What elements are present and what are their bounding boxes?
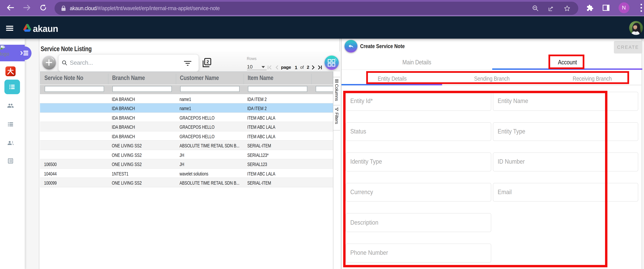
cell-branch-name: IDA BRANCH (112, 132, 180, 141)
logo-alt-text: logo (0, 51, 9, 56)
brand-logo[interactable]: akaun (23, 24, 60, 34)
cell-customer-name: JH (180, 160, 248, 169)
page-total: 2 (307, 65, 309, 70)
table-row[interactable]: 106500 ONE LIVING SS2 JH SERIAL123 (40, 159, 333, 168)
share-icon[interactable] (548, 5, 554, 12)
zoom-out-icon[interactable] (532, 5, 539, 12)
cell-service-note-no (44, 132, 113, 141)
filter-input-item-name[interactable] (248, 86, 307, 92)
page-label: page (281, 65, 291, 70)
plus-shine (42, 56, 56, 69)
search-placeholder: Search... (70, 60, 93, 66)
cell-branch-name: 1NTEST1 (112, 169, 180, 178)
cell-branch-name: IDA BRANCH (112, 113, 180, 122)
cell-service-note-no (44, 141, 113, 150)
sidebar-item-app-icon[interactable] (6, 66, 16, 76)
column-header-item-name[interactable]: Item Name (248, 72, 274, 84)
columns-tab[interactable]: Columns (333, 77, 340, 105)
browser-menu-button[interactable] (638, 3, 644, 13)
add-service-note-button[interactable] (42, 56, 56, 69)
last-page-icon[interactable] (317, 65, 322, 70)
table-row-selected[interactable]: IDA BRANCH name1 IDA ITEM 2 (40, 103, 333, 113)
side-panel-button[interactable] (602, 4, 610, 11)
app-menu-button[interactable] (6, 26, 13, 31)
user-avatar[interactable] (629, 21, 643, 35)
filter-input-branch-name[interactable] (112, 86, 172, 92)
cell-service-note-no (44, 150, 113, 160)
cell-branch-name: ONE LIVING SS2 (112, 150, 180, 160)
pages-view-button[interactable]: 2 (202, 58, 212, 68)
sidebar-item-contacts[interactable] (7, 140, 14, 146)
sidebar-item-listing-active[interactable] (4, 80, 20, 94)
back-button[interactable] (344, 40, 357, 52)
bookmark-star-icon[interactable] (563, 4, 571, 12)
filter-list-icon[interactable] (184, 61, 192, 66)
cell-item-name: ITEM ABC LALA (247, 123, 316, 132)
table-body: IDA BRANCH name1 IDA ITEM 2 IDA BRANCH n… (40, 94, 333, 187)
filters-tab[interactable]: Filters (333, 105, 340, 130)
column-header-customer-name[interactable]: Customer Name (180, 72, 219, 84)
service-note-listing-panel: Service Note Listing Search... (39, 38, 340, 269)
create-button[interactable]: CREATE (614, 41, 642, 54)
table-row[interactable]: IDA BRANCH GRACEPOS HELLO ITEM ABC LALA (40, 122, 333, 131)
extensions-button[interactable] (586, 4, 594, 12)
cell-item-name: SERIAL123 (247, 160, 316, 169)
sidebar-item-list-alt[interactable] (7, 158, 14, 164)
rows-underline (247, 70, 266, 70)
cell-customer-name: name1 (180, 95, 248, 104)
strip-empty-cell (333, 71, 340, 77)
sidebar-item-people[interactable] (7, 102, 14, 109)
sidebar-item-list[interactable] (7, 121, 14, 128)
tab-main-details[interactable]: Main Details (383, 59, 451, 66)
browser-profile-button[interactable]: N (618, 2, 629, 13)
cell-customer-name: GRACEPOS HELLO (180, 113, 248, 122)
browser-back-button[interactable] (6, 4, 14, 12)
table-row[interactable]: IDA BRANCH GRACEPOS HELLO ITEM ABC LALA (40, 113, 333, 122)
rows-per-page-value[interactable]: 10 (247, 64, 252, 69)
forward-arrow-icon (23, 4, 31, 12)
table-row[interactable]: 100099 ONE LIVING SS2 ABSOLUTE TIME RETA… (40, 178, 333, 187)
filter-input-extra[interactable] (316, 86, 333, 92)
puzzle-icon (586, 4, 593, 11)
table-row[interactable]: ONE LIVING SS2 ABSOLUTE TIME RETAIL SDN … (40, 140, 333, 150)
sidebar-logo-pill: logo (0, 45, 25, 62)
table-row[interactable]: IDA BRANCH name1 IDA ITEM 2 (40, 94, 333, 103)
cell-item-name: SERIAL-ITEM (247, 178, 316, 188)
cell-item-name: SERIAL-ITEM (247, 141, 316, 150)
people-alt-icon (7, 140, 14, 146)
browser-reload-button[interactable] (39, 4, 48, 12)
cell-customer-name: ABSOLUTE TIME RETAIL SDN B... (180, 178, 248, 188)
grid-view-button[interactable] (324, 56, 338, 70)
prev-page-icon[interactable] (275, 65, 278, 70)
url-path: /#/applet/tnt/wavelet/erp/internal-rma-a… (96, 5, 220, 11)
filter-input-service-note-no[interactable] (44, 86, 104, 92)
next-page-icon[interactable] (312, 65, 315, 70)
page-of-label: of (300, 65, 304, 70)
annotation-box-account-tab (548, 54, 584, 69)
table-side-strip: Columns Filters (333, 71, 340, 269)
cell-customer-name: wavelet solutions (180, 169, 248, 178)
cell-branch-name: IDA BRANCH (112, 104, 180, 113)
browser-address-bar[interactable]: akaun.cloud/#/applet/tnt/wavelet/erp/int… (54, 2, 578, 15)
filter-input-customer-name[interactable] (180, 86, 240, 92)
cell-item-name: ITEM ABC LALA (247, 169, 316, 178)
url-text: akaun.cloud/#/applet/tnt/wavelet/erp/int… (70, 5, 220, 12)
browser-forward-button[interactable] (23, 4, 31, 12)
list-alt-icon (7, 158, 14, 164)
cell-service-note-no (44, 104, 113, 113)
column-header-service-note-no[interactable]: Service Note No (44, 72, 83, 84)
grid-shine (324, 56, 338, 70)
table-row[interactable]: IDA BRANCH GRACEPOS HELLO ITEM ABC LALA (40, 131, 333, 140)
column-header-branch-name[interactable]: Branch Name (112, 72, 145, 84)
table-row[interactable]: 104044 1NTEST1 wavelet solutions ITEM AB… (40, 168, 333, 178)
drawer-expand-icon[interactable] (20, 51, 28, 56)
cell-customer-name: ABSOLUTE TIME RETAIL SDN B... (180, 141, 248, 150)
first-page-icon[interactable] (267, 65, 272, 70)
rows-dropdown-caret[interactable] (262, 66, 265, 68)
sub-tab-active-indicator (342, 84, 442, 86)
people-icon (7, 102, 14, 109)
search-field[interactable]: Search... (58, 54, 199, 72)
bullet-list-icon (7, 121, 14, 128)
table-row[interactable]: ONE LIVING SS2 JH SERIAL123* (40, 150, 333, 159)
svg-text:2: 2 (206, 59, 209, 64)
